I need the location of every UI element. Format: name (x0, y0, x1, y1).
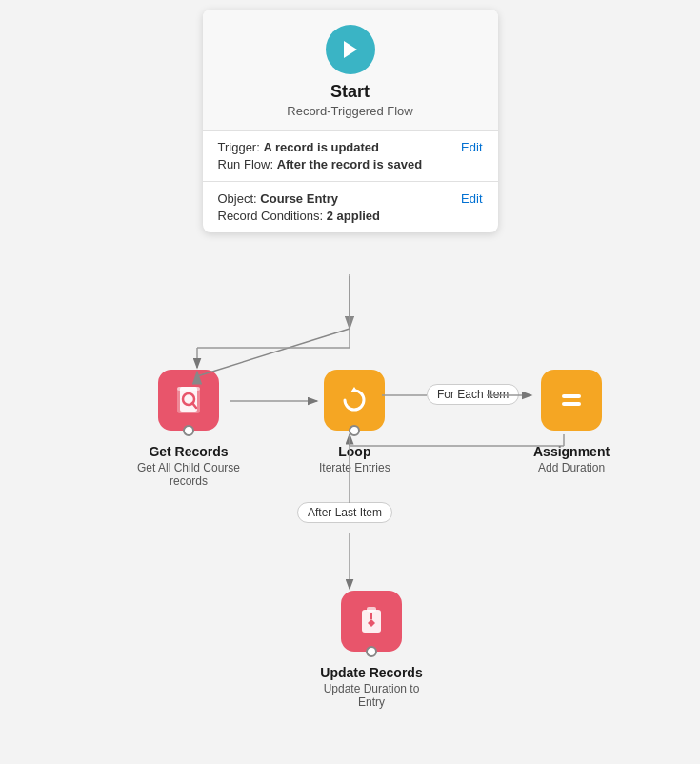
loop-label: Loop (338, 444, 370, 459)
object-row: Object: Course Entry Edit (218, 191, 483, 206)
get-records-label: Get Records (149, 444, 228, 459)
for-each-item-pill: For Each Item (427, 384, 519, 405)
runflow-label: Run Flow: After the record is saved (218, 157, 423, 171)
loop-node[interactable]: Loop Iterate Entries (319, 370, 390, 474)
assignment-icon (541, 370, 602, 431)
loop-sub: Iterate Entries (319, 461, 390, 474)
assignment-label: Assignment (533, 444, 610, 459)
trigger-section: Trigger: A record is updated Edit Run Fl… (203, 131, 498, 182)
conditions-row: Record Conditions: 2 applied (218, 209, 483, 223)
start-icon (326, 25, 375, 74)
assignment-node[interactable]: Assignment Add Duration (533, 370, 610, 474)
trigger-row: Trigger: A record is updated Edit (218, 140, 483, 154)
svg-rect-10 (367, 607, 376, 612)
update-records-connector (366, 646, 377, 657)
start-card: Start Record-Triggered Flow Trigger: A r… (203, 10, 498, 232)
after-last-item-pill: After Last Item (297, 502, 392, 523)
svg-marker-0 (344, 41, 357, 58)
start-subtitle: Record-Triggered Flow (287, 104, 412, 118)
svg-rect-7 (562, 394, 581, 398)
after-last-label: After Last Item (308, 506, 382, 519)
runflow-row: Run Flow: After the record is saved (218, 157, 483, 171)
get-records-sub: Get All Child Course records (136, 461, 241, 488)
get-records-node[interactable]: Get Records Get All Child Course records (136, 370, 241, 488)
loop-icon (324, 370, 385, 431)
update-records-icon (341, 591, 402, 652)
update-records-node[interactable]: Update Records Update Duration to Entry (319, 591, 424, 709)
conditions-label: Record Conditions: 2 applied (218, 209, 381, 223)
update-records-sub: Update Duration to Entry (319, 682, 424, 709)
start-header: Start Record-Triggered Flow (203, 10, 498, 131)
object-section: Object: Course Entry Edit Record Conditi… (203, 182, 498, 232)
edit-trigger-link[interactable]: Edit (461, 140, 482, 154)
loop-connector (349, 425, 360, 436)
get-records-icon (158, 370, 219, 431)
svg-rect-8 (562, 402, 581, 406)
edit-object-link[interactable]: Edit (461, 191, 482, 206)
for-each-label: For Each Item (437, 388, 509, 401)
get-records-connector (183, 425, 194, 436)
svg-rect-5 (177, 387, 200, 391)
assignment-sub: Add Duration (538, 461, 605, 474)
start-title: Start (330, 82, 370, 102)
update-records-label: Update Records (320, 665, 422, 680)
object-label: Object: Course Entry (218, 191, 338, 206)
canvas: Start Record-Triggered Flow Trigger: A r… (0, 0, 700, 764)
trigger-label: Trigger: A record is updated (218, 140, 380, 154)
